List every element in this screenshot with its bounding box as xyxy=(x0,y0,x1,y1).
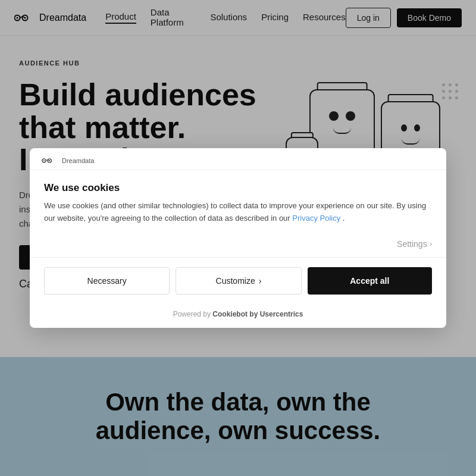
chevron-right-icon: › xyxy=(430,239,432,248)
cookie-body-suffix: . xyxy=(343,214,345,223)
necessary-button[interactable]: Necessary xyxy=(44,267,170,295)
privacy-policy-link[interactable]: Privacy Policy xyxy=(292,214,340,223)
cookie-footer: Powered by Cookiebot by Usercentrics xyxy=(30,304,446,328)
cookie-settings-bar: Settings › xyxy=(30,234,446,258)
customize-chevron-icon: › xyxy=(259,276,262,286)
accept-all-button[interactable]: Accept all xyxy=(308,267,432,295)
settings-button[interactable]: Settings › xyxy=(397,239,432,249)
cookie-actions: Necessary Customize › Accept all xyxy=(30,258,446,304)
customize-label: Customize xyxy=(216,276,255,286)
cookie-logo-bar: Dreamdata xyxy=(30,148,446,170)
cookie-logo-text: Dreamdata xyxy=(62,157,94,164)
customize-button[interactable]: Customize › xyxy=(176,267,301,295)
cookie-modal: Dreamdata We use cookies We use cookies … xyxy=(30,148,446,328)
cookie-overlay: Dreamdata We use cookies We use cookies … xyxy=(0,0,476,476)
cookie-logo-icon xyxy=(42,156,58,165)
cookie-footer-prefix: Powered by xyxy=(173,310,213,318)
cookie-body-text: We use cookies (and other similar techno… xyxy=(44,201,426,223)
cookie-title: We use cookies xyxy=(44,182,432,194)
settings-label: Settings xyxy=(397,239,427,249)
cookie-footer-brand: Cookiebot by Usercentrics xyxy=(212,310,303,318)
cookie-body: We use cookies We use cookies (and other… xyxy=(30,170,446,234)
cookie-text: We use cookies (and other similar techno… xyxy=(44,200,432,225)
svg-point-5 xyxy=(43,160,45,161)
